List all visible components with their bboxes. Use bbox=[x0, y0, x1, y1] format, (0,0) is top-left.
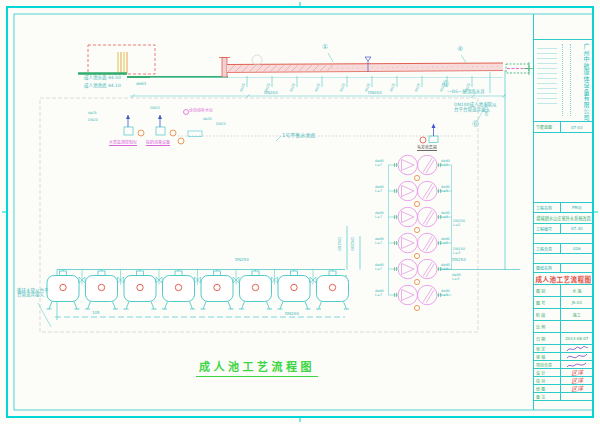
sheet-title: 成人池工艺流程图 bbox=[536, 274, 592, 284]
small-pipe-label: DN20 bbox=[88, 119, 98, 123]
project-title-row: 增城碧水山庄室外水系统改造 bbox=[534, 213, 593, 224]
project-label: 工程名称 bbox=[534, 203, 561, 212]
autofill-label: 全自动补水仪 bbox=[189, 109, 213, 113]
gs-roof-drain-note: —GS—屋顶雨水井 bbox=[447, 90, 485, 95]
company-address-lines bbox=[537, 48, 557, 106]
drafter-signature: 区洋 bbox=[570, 385, 583, 393]
water-level-mark bbox=[365, 57, 371, 61]
company-box: 广州中航康体设备有限公司 bbox=[534, 40, 593, 122]
titleblock-empty-mid bbox=[534, 133, 593, 203]
riser-label-dn250: DN250 bbox=[337, 237, 341, 251]
level-label-1: 成人池水面 44.50 bbox=[84, 76, 121, 81]
small-pipe-label: de25 bbox=[88, 112, 97, 116]
titleblock-spacer bbox=[534, 254, 593, 264]
lead-value: 026 bbox=[561, 246, 593, 251]
table-row: 日 期 2013-08-07 bbox=[534, 333, 593, 345]
hair-collector-label: 毛发收集器 bbox=[417, 146, 437, 151]
pump-right-label: de90 L=5 bbox=[441, 238, 450, 245]
table-row: 图 别 水 施 bbox=[534, 285, 593, 297]
pump-left-label: de90 L=7 bbox=[375, 264, 384, 271]
pump-left-label: de90 L=7 bbox=[375, 290, 384, 297]
filter-tank bbox=[47, 270, 80, 310]
manifold-label-dn200: DN200 bbox=[285, 312, 299, 316]
number-value: 07.30 bbox=[561, 226, 593, 231]
drawing-sheet: 成人池水面 44.50 成人池池底 44.10 de63 DN200 DN200… bbox=[0, 0, 600, 424]
tank-valve bbox=[233, 270, 239, 285]
dosing-label: 投药消毒设备 bbox=[146, 141, 170, 146]
sheetname-label: 图纸名称 bbox=[534, 264, 561, 272]
column-label-dn150: DN150 L=3 bbox=[453, 248, 465, 255]
column-label-dn200: DN200 L=5 bbox=[453, 220, 465, 227]
titleblock-empty-top bbox=[534, 14, 593, 40]
title-block: 广州中航康体设备有限公司 节能蓝图 07-03 工程名称 PROJ 增城碧水山庄… bbox=[533, 14, 593, 410]
filter-tank bbox=[201, 270, 234, 310]
dosing-equipment bbox=[124, 110, 281, 145]
titleblock-empty-bottom bbox=[534, 401, 593, 410]
tank-valve bbox=[79, 270, 85, 285]
project-number-row: 工程编号 07.30 bbox=[534, 224, 593, 234]
table-row: 阶 段 施工 bbox=[534, 309, 593, 321]
level-label-2: 成人池池底 44.10 bbox=[84, 84, 121, 89]
ref-bubble-4: ④ bbox=[457, 46, 463, 53]
pump-right-label: de90 L=5 bbox=[441, 186, 450, 193]
pump-right-label: de90 L=5 bbox=[441, 212, 450, 219]
ref-bubble-g: Ⓖ bbox=[472, 121, 479, 128]
drawing-main-title: 成人池工艺流程图 bbox=[196, 362, 318, 377]
manifold-label-dn250: DN250 bbox=[235, 258, 249, 262]
hair-collector bbox=[420, 124, 438, 144]
company-name: 广州中航康体设备有限公司 bbox=[582, 43, 591, 121]
label-dn150-vert: DN150 bbox=[484, 102, 488, 116]
filter-tank bbox=[316, 270, 349, 310]
signature-scribble bbox=[561, 361, 593, 369]
signature-row: 备 注 bbox=[534, 393, 593, 401]
company-divider bbox=[570, 44, 571, 116]
signature-row: 项目负责 bbox=[534, 361, 593, 369]
signature-row: 审 核 bbox=[534, 353, 593, 361]
project-value: PROJ bbox=[561, 205, 593, 210]
checker-signature: 区洋 bbox=[570, 377, 583, 385]
tank-valve bbox=[118, 270, 124, 285]
pump-right-label: de90 L=5 bbox=[441, 264, 450, 271]
ref-bubble-1: ① bbox=[322, 44, 328, 51]
pump-left-label: de90 L=7 bbox=[375, 160, 384, 167]
sheet-name-row: 图纸名称 bbox=[534, 264, 593, 273]
stamp-row: 节能蓝图 07-03 bbox=[534, 122, 593, 133]
tank-valve bbox=[195, 270, 201, 285]
filter-tank bbox=[124, 270, 157, 310]
monitor-label: 水质监测控制仪 bbox=[109, 141, 137, 146]
signature-scribble bbox=[561, 353, 593, 361]
filter-tank bbox=[162, 270, 195, 310]
sheet-title-row: 成人池工艺流程图 bbox=[534, 273, 593, 285]
circulation-note: 循环水管从台平 台管道井接入 bbox=[17, 289, 49, 298]
filter-tank bbox=[85, 270, 118, 310]
inlet-pipe-note: DN100成人池水管从 台平台管道井接入 bbox=[454, 103, 496, 112]
label-dn200-dim: DN200 bbox=[368, 91, 382, 95]
table-row: 比 例 bbox=[534, 321, 593, 333]
pump-right-label: de90 L=5 bbox=[441, 160, 450, 167]
pump-right-label: de90 L=5 bbox=[441, 290, 450, 297]
filter-bank bbox=[38, 270, 520, 328]
number-label: 工程编号 bbox=[534, 224, 561, 233]
tank-valve bbox=[272, 270, 278, 285]
small-pipe-label: DN25 bbox=[216, 123, 226, 127]
filter-tank bbox=[239, 270, 272, 310]
signature-row: 绘 图 区洋 bbox=[534, 385, 593, 393]
pump-left-label: de90 L=7 bbox=[375, 186, 384, 193]
small-pipe-label: DN25 bbox=[150, 107, 160, 111]
company-divider bbox=[562, 44, 563, 116]
filter-tank bbox=[278, 270, 311, 310]
signature-row: 设 计 区洋 bbox=[534, 369, 593, 377]
ref-bubble-g: Ⓖ bbox=[442, 81, 449, 88]
stamp-label: 节能蓝图 bbox=[534, 122, 561, 132]
riser-label-dn200: DN200 bbox=[350, 237, 354, 251]
pump-left-label: de90 L=7 bbox=[375, 212, 384, 219]
signature-row: 审 定 bbox=[534, 345, 593, 353]
small-pipe-label: de25 bbox=[203, 118, 212, 122]
manifold-label-dn250: DN250 bbox=[452, 258, 466, 262]
lead-label: 工程负责 bbox=[534, 244, 561, 253]
pump-bank bbox=[343, 155, 452, 310]
designer-signature: 区洋 bbox=[570, 369, 583, 377]
project-lead-row: 工程负责 026 bbox=[534, 244, 593, 254]
signature-row: 校 对 区洋 bbox=[534, 377, 593, 385]
project-name-row: 工程名称 PROJ bbox=[534, 203, 593, 213]
